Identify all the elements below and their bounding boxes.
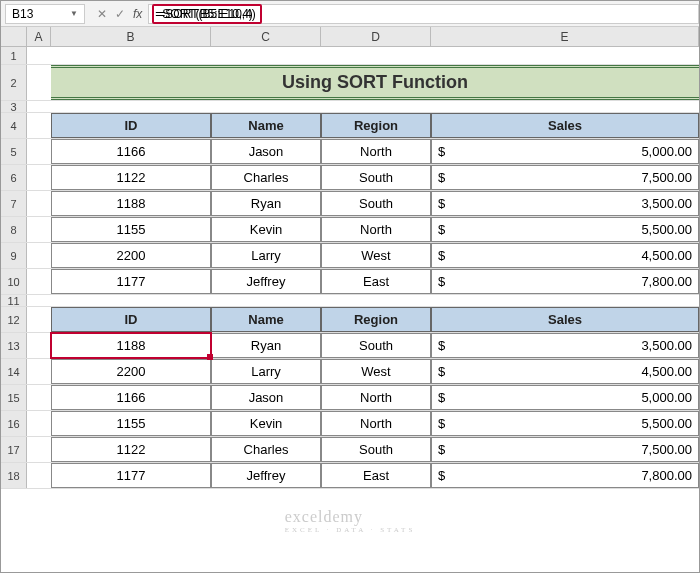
cell[interactable] (27, 113, 51, 138)
formula-input[interactable]: =SORT(B5:E10,4) =SORT(B5:E10,4) (148, 4, 699, 24)
cell-region[interactable]: East (321, 269, 431, 294)
cell[interactable] (27, 411, 51, 436)
cell-name[interactable]: Ryan (211, 333, 321, 358)
name-box[interactable]: B13 ▼ (5, 4, 85, 24)
row-header[interactable]: 1 (1, 47, 27, 64)
cell-region[interactable]: North (321, 385, 431, 410)
row-header[interactable]: 10 (1, 269, 27, 294)
cell-id[interactable]: 1122 (51, 165, 211, 190)
cell-name[interactable]: Larry (211, 359, 321, 384)
cell-name[interactable]: Jason (211, 139, 321, 164)
fx-icon[interactable]: fx (133, 7, 148, 21)
cell-id[interactable]: 1188 (51, 191, 211, 216)
cell[interactable] (27, 307, 51, 332)
col-header-E[interactable]: E (431, 27, 699, 46)
row-header[interactable]: 8 (1, 217, 27, 242)
cell[interactable] (27, 65, 51, 100)
cell-id[interactable]: 2200 (51, 359, 211, 384)
cell-id[interactable]: 1177 (51, 463, 211, 488)
cell[interactable] (27, 437, 51, 462)
header-name[interactable]: Name (211, 307, 321, 332)
cell-name[interactable]: Jeffrey (211, 463, 321, 488)
cell-id[interactable]: 1166 (51, 385, 211, 410)
cell-id[interactable]: 1122 (51, 437, 211, 462)
cell-sales[interactable]: $5,500.00 (431, 217, 699, 242)
row-header[interactable]: 14 (1, 359, 27, 384)
row-header[interactable]: 4 (1, 113, 27, 138)
row-header[interactable]: 6 (1, 165, 27, 190)
header-sales[interactable]: Sales (431, 113, 699, 138)
fill-handle[interactable] (207, 354, 213, 360)
header-id[interactable]: ID (51, 307, 211, 332)
cell-name[interactable]: Kevin (211, 411, 321, 436)
cell-sales[interactable]: $5,000.00 (431, 385, 699, 410)
row-header[interactable]: 18 (1, 463, 27, 488)
cell-region[interactable]: West (321, 243, 431, 268)
cell-id[interactable]: 1155 (51, 217, 211, 242)
cell-region[interactable]: North (321, 411, 431, 436)
cell-region[interactable]: South (321, 165, 431, 190)
row-header[interactable]: 13 (1, 333, 27, 358)
cell-region[interactable]: East (321, 463, 431, 488)
row-header[interactable]: 7 (1, 191, 27, 216)
col-header-C[interactable]: C (211, 27, 321, 46)
col-header-B[interactable]: B (51, 27, 211, 46)
row-header[interactable]: 3 (1, 101, 27, 112)
row-header[interactable]: 12 (1, 307, 27, 332)
header-region[interactable]: Region (321, 307, 431, 332)
cell-sales[interactable]: $7,800.00 (431, 463, 699, 488)
cell-region[interactable]: South (321, 191, 431, 216)
cell[interactable] (27, 101, 51, 112)
cancel-icon[interactable]: ✕ (97, 7, 107, 21)
select-all-triangle[interactable] (1, 27, 27, 46)
cell-sales[interactable]: $3,500.00 (431, 191, 699, 216)
cell-region[interactable]: North (321, 139, 431, 164)
cell[interactable] (27, 463, 51, 488)
cell[interactable] (27, 333, 51, 358)
cell-sales[interactable]: $4,500.00 (431, 359, 699, 384)
cell-sales[interactable]: $3,500.00 (431, 333, 699, 358)
row-header[interactable]: 11 (1, 295, 27, 306)
dropdown-icon[interactable]: ▼ (70, 9, 78, 18)
cell-id[interactable]: 2200 (51, 243, 211, 268)
cell-name[interactable]: Charles (211, 165, 321, 190)
cell[interactable] (27, 385, 51, 410)
cell-name[interactable]: Larry (211, 243, 321, 268)
row-header[interactable]: 16 (1, 411, 27, 436)
cell-sales[interactable]: $5,000.00 (431, 139, 699, 164)
header-region[interactable]: Region (321, 113, 431, 138)
cell[interactable] (27, 47, 51, 64)
cell-region[interactable]: South (321, 437, 431, 462)
header-sales[interactable]: Sales (431, 307, 699, 332)
header-name[interactable]: Name (211, 113, 321, 138)
cell-name[interactable]: Ryan (211, 191, 321, 216)
cell-sales[interactable]: $7,800.00 (431, 269, 699, 294)
row-header[interactable]: 5 (1, 139, 27, 164)
cell[interactable] (27, 243, 51, 268)
cell[interactable] (27, 359, 51, 384)
cell-id[interactable]: 1155 (51, 411, 211, 436)
col-header-D[interactable]: D (321, 27, 431, 46)
selected-cell[interactable]: 1188 (51, 333, 211, 358)
cell[interactable] (27, 139, 51, 164)
cell-name[interactable]: Kevin (211, 217, 321, 242)
cell-name[interactable]: Jeffrey (211, 269, 321, 294)
cell-region[interactable]: North (321, 217, 431, 242)
header-id[interactable]: ID (51, 113, 211, 138)
cell[interactable] (27, 165, 51, 190)
row-header[interactable]: 9 (1, 243, 27, 268)
row-header[interactable]: 17 (1, 437, 27, 462)
cell-region[interactable]: South (321, 333, 431, 358)
col-header-A[interactable]: A (27, 27, 51, 46)
cell[interactable] (27, 217, 51, 242)
cell[interactable] (27, 191, 51, 216)
cell-sales[interactable]: $7,500.00 (431, 165, 699, 190)
cell-id[interactable]: 1177 (51, 269, 211, 294)
cell-sales[interactable]: $5,500.00 (431, 411, 699, 436)
cell-sales[interactable]: $4,500.00 (431, 243, 699, 268)
cell-id[interactable]: 1166 (51, 139, 211, 164)
page-title[interactable]: Using SORT Function (51, 65, 699, 100)
row-header[interactable]: 2 (1, 65, 27, 100)
cell[interactable] (27, 269, 51, 294)
cell-region[interactable]: West (321, 359, 431, 384)
